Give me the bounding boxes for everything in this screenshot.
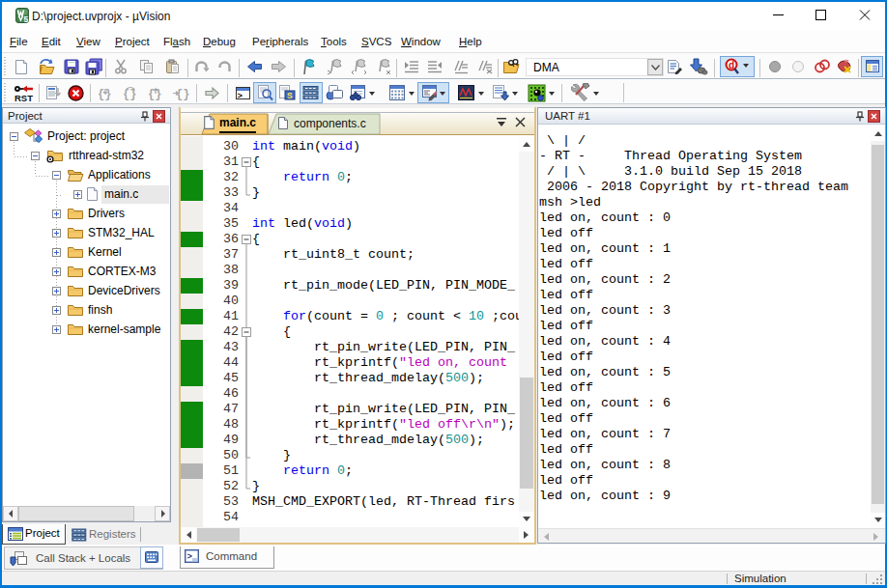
svg-text:S: S (287, 91, 293, 100)
svg-text:>: > (238, 92, 243, 101)
svg-text:{}: {} (176, 88, 189, 101)
svg-text:{}: {} (98, 88, 111, 101)
svg-text:>: > (187, 552, 192, 562)
svg-text:RST: RST (14, 93, 33, 103)
svg-text:5: 5 (24, 14, 29, 24)
svg-text:d: d (729, 60, 734, 70)
